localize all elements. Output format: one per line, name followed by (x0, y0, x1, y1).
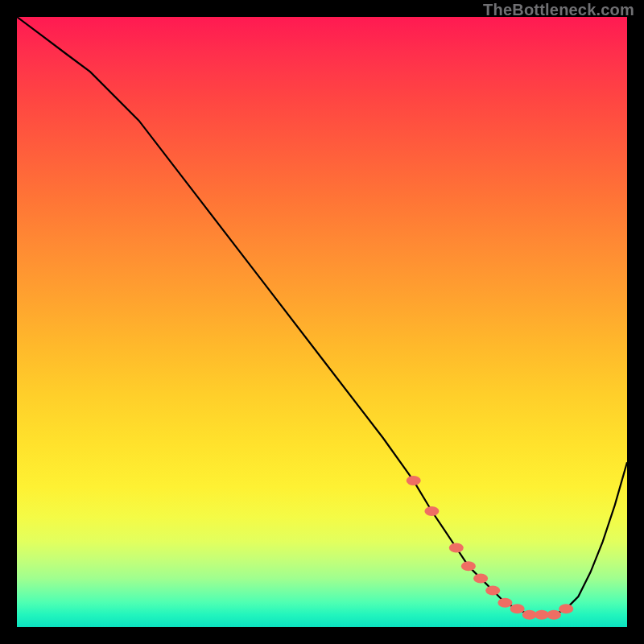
marker-point (449, 543, 464, 553)
marker-point (407, 476, 421, 485)
marker-point (559, 604, 573, 613)
highlighted-points-group (407, 476, 574, 620)
bottleneck-curve-path (17, 17, 627, 615)
marker-point (547, 610, 561, 620)
marker-point (461, 561, 476, 571)
marker-point (424, 506, 439, 516)
chart-frame (17, 17, 627, 627)
marker-point (510, 604, 525, 613)
marker-point (473, 573, 488, 583)
chart-svg (17, 17, 627, 627)
marker-point (497, 598, 512, 608)
marker-point (485, 586, 500, 596)
watermark-text: TheBottleneck.com (483, 1, 634, 19)
